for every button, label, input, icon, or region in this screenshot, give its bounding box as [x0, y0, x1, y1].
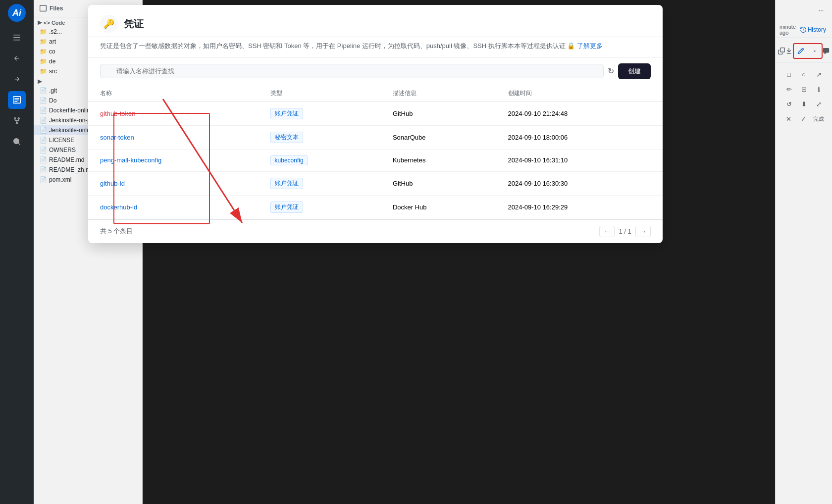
type-badge-1: 账户凭证 — [270, 108, 303, 119]
table-row: sonar-token 秘密文本 SonarQube 2024-09-10 18… — [88, 125, 663, 149]
desc-3: Kubernetes — [381, 149, 496, 171]
col-name: 名称 — [88, 85, 259, 102]
refresh-button[interactable]: ↻ — [608, 66, 614, 76]
sidebar: Ai — [0, 0, 34, 504]
sidebar-icon-menu[interactable] — [8, 29, 26, 47]
table-header-row: 名称 类型 描述信息 创建时间 — [88, 85, 663, 102]
modal-title: 凭证 — [124, 17, 144, 31]
col-type: 类型 — [259, 85, 381, 102]
table-row: peng-mall-kubeconfig kubeconfig Kubernet… — [88, 149, 663, 171]
sidebar-avatar[interactable]: Ai — [8, 4, 26, 22]
pagination: ← 1 / 1 → — [599, 226, 651, 237]
sidebar-icon-forward[interactable] — [8, 70, 26, 88]
table-footer: 共 5 个条目 ← 1 / 1 → — [88, 219, 663, 243]
modal-overlay: 🔑 凭证 凭证是包含了一些敏感数据的对象，如用户名密码、SSH 密钥和 Toke… — [34, 0, 832, 504]
sidebar-icon-git[interactable] — [8, 112, 26, 130]
created-3: 2024-09-10 16:31:10 — [496, 149, 663, 171]
desc-1: GitHub — [381, 101, 496, 125]
created-2: 2024-09-10 18:00:06 — [496, 125, 663, 149]
col-created: 创建时间 — [496, 85, 663, 102]
created-5: 2024-09-10 16:29:29 — [496, 195, 663, 219]
credentials-modal: 🔑 凭证 凭证是包含了一些敏感数据的对象，如用户名密码、SSH 密钥和 Toke… — [88, 5, 663, 243]
sidebar-icon-search[interactable] — [8, 133, 26, 151]
created-1: 2024-09-10 21:24:48 — [496, 101, 663, 125]
credentials-table: 名称 类型 描述信息 创建时间 github-token 账户凭证 GitHub… — [88, 85, 663, 219]
cred-dockerhub-id[interactable]: dockerhub-id — [100, 203, 137, 211]
next-page-button[interactable]: → — [635, 226, 651, 237]
ai-logo: Ai — [12, 8, 21, 18]
modal-description: 凭证是包含了一些敏感数据的对象，如用户名密码、SSH 密钥和 Token 等，用… — [88, 37, 663, 57]
type-badge-2: 秘密文本 — [270, 132, 303, 143]
learn-more-link[interactable]: 了解更多 — [577, 42, 603, 50]
cred-github-id[interactable]: github-id — [100, 180, 125, 187]
desc-5: Docker Hub — [381, 195, 496, 219]
type-badge-4: 账户凭证 — [270, 178, 303, 189]
prev-page-button[interactable]: ← — [599, 226, 615, 237]
created-4: 2024-09-10 16:30:30 — [496, 171, 663, 195]
credential-icon: 🔑 — [100, 15, 118, 33]
table-row: dockerhub-id 账户凭证 Docker Hub 2024-09-10 … — [88, 195, 663, 219]
type-badge-5: 账户凭证 — [270, 202, 303, 213]
table-row: github-token 账户凭证 GitHub 2024-09-10 21:2… — [88, 101, 663, 125]
cred-peng-mall[interactable]: peng-mall-kubeconfig — [100, 156, 161, 164]
desc-4: GitHub — [381, 171, 496, 195]
cred-github-token[interactable]: github-token — [100, 110, 136, 117]
desc-2: SonarQube — [381, 125, 496, 149]
create-button[interactable]: 创建 — [618, 63, 651, 79]
table-row: github-id 账户凭证 GitHub 2024-09-10 16:30:3… — [88, 171, 663, 195]
page-info: 1 / 1 — [619, 228, 631, 235]
search-bar: ↻ 创建 — [88, 57, 663, 85]
total-count: 共 5 个条目 — [100, 227, 133, 236]
sidebar-icon-back[interactable] — [8, 50, 26, 67]
col-description: 描述信息 — [381, 85, 496, 102]
sidebar-icon-files[interactable] — [8, 91, 26, 109]
search-input[interactable] — [100, 64, 604, 78]
modal-header: 🔑 凭证 — [88, 5, 663, 37]
type-badge-3: kubeconfig — [270, 155, 308, 165]
cred-sonar-token[interactable]: sonar-token — [100, 134, 134, 141]
